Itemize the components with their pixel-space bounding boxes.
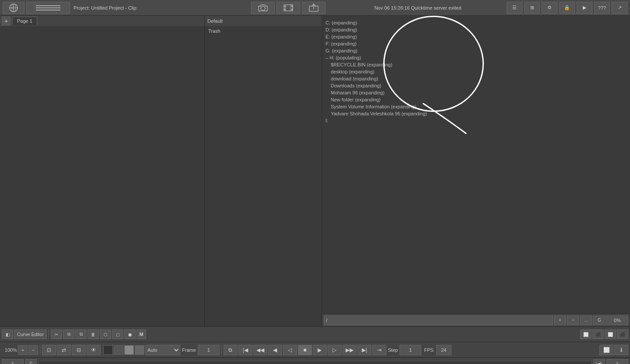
loop-btn[interactable]: ⇄ — [57, 345, 71, 355]
percent-display: 0% — [606, 315, 628, 325]
top-bar: Project: Untitled Project - Clip: — [0, 0, 630, 16]
playback-bar: 100% + − ⊡ ⇄ ⊟ 👁 Auto Manual Frame ⧉ |◀ … — [0, 342, 630, 358]
play-btn[interactable]: ▶ — [577, 2, 592, 14]
svg-rect-11 — [291, 6, 293, 7]
fwd-btn[interactable]: ▷ — [328, 345, 342, 355]
svg-rect-10 — [284, 9, 285, 10]
status-text: Nov 06 15:26:16 Quicktime server exited — [329, 5, 507, 10]
curve-editor-label: Curve Editor — [14, 329, 47, 339]
tree-item-moharam[interactable]: Moharam 96 (expanding) — [326, 89, 626, 96]
tree-item-g[interactable]: G: (expanding) — [326, 47, 626, 54]
svg-rect-9 — [284, 6, 285, 7]
svg-rect-5 — [36, 7, 60, 8]
tree-item-recycle[interactable]: $RECYCLE.BIN (expanding) — [326, 61, 626, 68]
path-remove-btn[interactable]: − — [567, 315, 579, 325]
view4-btn[interactable]: ⬛ — [617, 329, 628, 339]
tree-item-sysinfo[interactable]: System Volume Information (expanding) — [326, 103, 626, 110]
view2-btn[interactable]: ⬛ — [592, 329, 604, 339]
frame-input[interactable] — [198, 345, 220, 355]
left-panel-content — [0, 26, 204, 326]
path-more-btn[interactable]: ... — [580, 315, 592, 325]
paste-btn[interactable]: ⧉ — [75, 329, 87, 339]
logo-btn[interactable] — [3, 2, 24, 14]
info-btn[interactable]: ℹ — [614, 345, 628, 355]
back-btn[interactable]: ◁ — [283, 345, 297, 355]
step-label: Step — [388, 347, 398, 353]
view3-btn[interactable]: ⬜ — [605, 329, 616, 339]
zoom-out-btn[interactable]: − — [28, 345, 38, 355]
curve-panel-toggle[interactable]: ◧ — [2, 329, 13, 339]
tree-item-c[interactable]: C: (expanding) — [326, 19, 626, 26]
tree-item-download[interactable]: download (expanding) — [326, 75, 626, 82]
fps-input[interactable] — [436, 345, 452, 355]
play-fwd-btn[interactable]: ▶ — [313, 345, 327, 355]
file-browser-title: Default — [207, 18, 223, 24]
zoom-in-btn[interactable]: + — [18, 345, 28, 355]
timeline-track[interactable] — [38, 361, 592, 364]
lock-btn[interactable]: 🔒 — [559, 2, 575, 14]
camera-btn[interactable] — [251, 2, 275, 14]
list-btn[interactable] — [26, 2, 70, 14]
path-g-btn[interactable]: G — [593, 315, 606, 325]
tree-item-i[interactable]: I: — [326, 117, 626, 124]
fit-btn[interactable]: ⊡ — [42, 345, 56, 355]
color-swatch-1[interactable] — [103, 345, 113, 355]
go-start-btn[interactable]: |◀ — [238, 345, 252, 355]
tree-item-newfolder[interactable]: New folder (expanding) — [326, 96, 626, 103]
timeline-start-input[interactable] — [2, 359, 24, 364]
cut-btn[interactable]: ✂ — [51, 329, 62, 339]
separator-1 — [49, 329, 49, 339]
auto-select[interactable]: Auto Manual — [145, 345, 180, 355]
timeline-end-marker[interactable]: |◀| — [593, 359, 605, 364]
m-btn[interactable]: M — [136, 329, 146, 339]
settings-btn[interactable]: ⚙ — [542, 2, 557, 14]
view-btn[interactable]: 👁 — [87, 345, 101, 355]
path-add-btn[interactable]: + — [554, 315, 566, 325]
key1-btn[interactable]: ⬡ — [100, 329, 111, 339]
color-swatch-4[interactable] — [135, 345, 144, 355]
toggle-btn[interactable]: ⊟ — [72, 345, 86, 355]
next-frame-btn[interactable]: ▶▶ — [343, 345, 357, 355]
timeline-end-input[interactable] — [606, 359, 628, 364]
end-btn[interactable]: ⇥ — [372, 345, 386, 355]
prev-frame-btn[interactable]: ◀ — [268, 345, 282, 355]
copy-frame-btn[interactable]: ⧉ — [63, 329, 74, 339]
step-input[interactable] — [399, 345, 421, 355]
delete-key-btn[interactable]: 🗑 — [88, 329, 99, 339]
file-browser-content: Trash — [205, 26, 322, 326]
next-key-btn[interactable]: ▶| — [357, 345, 371, 355]
view1-btn[interactable]: ⬜ — [580, 329, 592, 339]
menu-btn[interactable]: ☰ — [507, 2, 522, 14]
film-btn[interactable] — [276, 2, 300, 14]
left-panel: + Page 1 — [0, 16, 205, 326]
file-tree-trash[interactable]: Trash — [206, 28, 320, 34]
stop-btn[interactable]: ■ — [298, 345, 312, 355]
add-page-btn[interactable]: + — [2, 17, 10, 25]
arrow-btn[interactable]: ↗ — [612, 2, 627, 14]
page-tab[interactable]: Page 1 — [12, 17, 37, 25]
project-label: Project: Untitled Project - Clip: — [74, 5, 251, 10]
copy-playback-btn[interactable]: ⧉ — [224, 345, 238, 355]
tree-item-desktop[interactable]: desktop (expanding) — [326, 68, 626, 75]
grid-btn[interactable]: ⊞ — [524, 2, 540, 14]
help-btn[interactable]: ??? — [594, 2, 610, 14]
tree-item-f[interactable]: F: (expanding) — [326, 40, 626, 47]
file-tree-content: C: (expanding) D: (expanding) E: (expand… — [322, 16, 630, 313]
tree-item-yadvare[interactable]: Yadvare Shohada Veleshkola 96 (expanding… — [326, 110, 626, 117]
options-btn[interactable]: ⬜ — [599, 345, 613, 355]
color-swatch-3[interactable] — [124, 345, 134, 355]
tree-item-h[interactable]: – H: (populating) — [326, 54, 626, 61]
color-swatch-2[interactable] — [114, 345, 123, 355]
right-panel-bottom-bar: + − ... G 0% — [322, 313, 630, 326]
svg-rect-4 — [36, 5, 60, 6]
curve-editor-bar: ◧ Curve Editor ✂ ⧉ ⧉ 🗑 ⬡ ◻ ◼ M ⬜ ⬛ ⬜ ⬛ — [0, 326, 630, 342]
tree-item-downloads[interactable]: Downloads (expanding) — [326, 82, 626, 89]
key2-btn[interactable]: ◻ — [112, 329, 123, 339]
timeline-c-btn[interactable]: C — [25, 359, 37, 364]
tree-item-e[interactable]: E: (expanding) — [326, 33, 626, 40]
export-btn[interactable] — [302, 2, 326, 14]
key3-btn[interactable]: ◼ — [124, 329, 136, 339]
path-input[interactable] — [324, 315, 553, 325]
tree-item-d[interactable]: D: (expanding) — [326, 26, 626, 33]
prev-key-btn[interactable]: ◀◀ — [253, 345, 267, 355]
